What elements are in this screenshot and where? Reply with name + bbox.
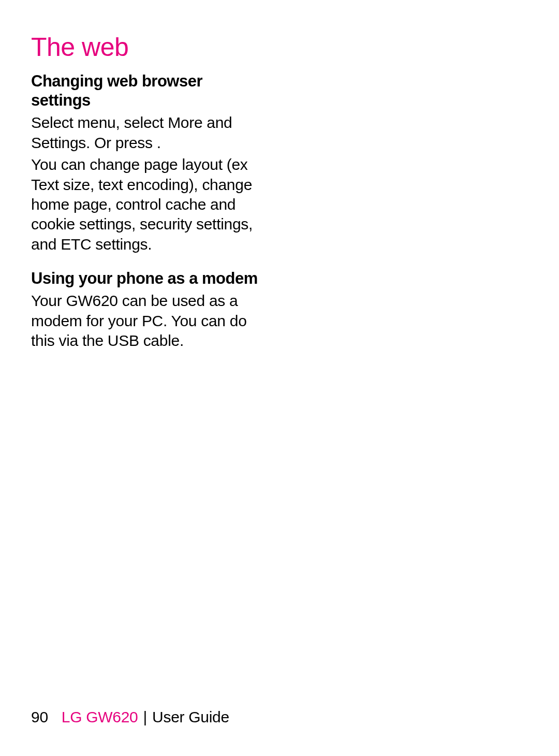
page-content: The web Changing web browser settings Se… bbox=[0, 0, 290, 351]
footer-brand: LG GW620 bbox=[62, 708, 138, 725]
footer-guide: User Guide bbox=[152, 708, 229, 725]
page-number: 90 bbox=[31, 708, 48, 725]
body-paragraph: You can change page layout (ex Text size… bbox=[31, 155, 259, 254]
body-paragraph: Select menu, select More and Settings. O… bbox=[31, 113, 259, 153]
section-heading-1: Changing web browser settings bbox=[31, 71, 259, 110]
page-title: The web bbox=[31, 32, 259, 62]
section-heading-2: Using your phone as a modem bbox=[31, 269, 259, 288]
body-paragraph: Your GW620 can be used as a modem for yo… bbox=[31, 291, 259, 351]
page-footer: 90 LG GW620 | User Guide bbox=[31, 708, 229, 726]
footer-separator: | bbox=[139, 708, 152, 725]
